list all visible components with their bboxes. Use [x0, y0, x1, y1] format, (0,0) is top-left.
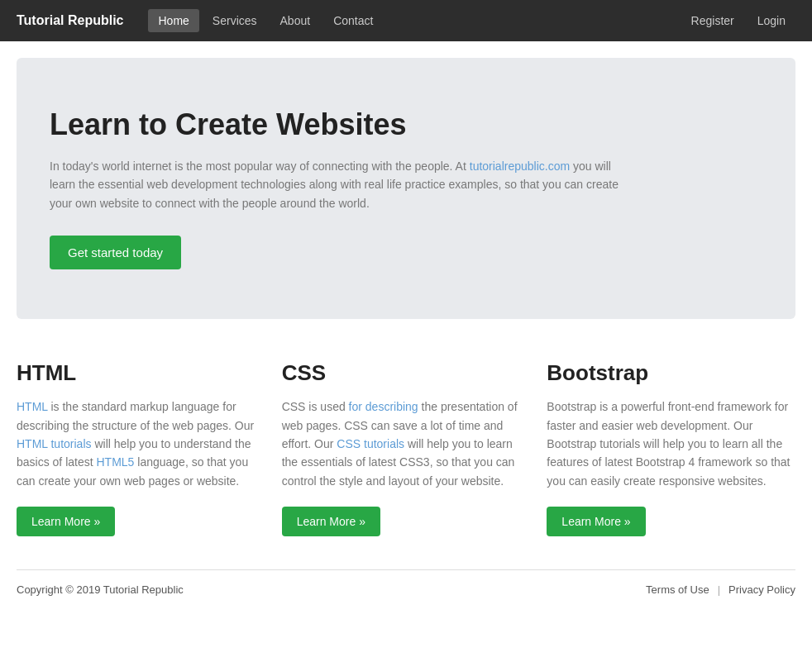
css-column: CSS CSS is used for describing the prese…: [282, 360, 547, 536]
terms-of-use-link[interactable]: Terms of Use: [646, 583, 709, 596]
bootstrap-body: Bootstrap is a powerful front-end framew…: [547, 398, 795, 490]
css-body: CSS is used for describing the presentat…: [282, 398, 531, 490]
nav-link-login[interactable]: Login: [748, 9, 795, 32]
nav-link-home[interactable]: Home: [148, 9, 198, 32]
nav-brand: Tutorial Republic: [17, 13, 123, 28]
css-link[interactable]: for describing: [349, 400, 418, 413]
footer: Copyright © 2019 Tutorial Republic Terms…: [0, 570, 812, 609]
nav-link-services[interactable]: Services: [203, 9, 267, 32]
hero-description: In today's world internet is the most po…: [50, 157, 628, 212]
css-title: CSS: [282, 360, 531, 386]
privacy-policy-link[interactable]: Privacy Policy: [728, 583, 795, 596]
nav-link-contact[interactable]: Contact: [323, 9, 383, 32]
hero-link[interactable]: tutorialrepublic.com: [470, 159, 570, 173]
hero-title: Learn to Create Websites: [50, 107, 762, 142]
nav-links: Home Services About Contact: [148, 9, 681, 32]
nav-link-about[interactable]: About: [270, 9, 321, 32]
bootstrap-column: Bootstrap Bootstrap is a powerful front-…: [547, 360, 795, 536]
html-learn-more-button[interactable]: Learn More »: [17, 507, 115, 536]
nav-link-register[interactable]: Register: [681, 9, 744, 32]
nav-right: Register Login: [681, 9, 795, 32]
css-tutorials-link[interactable]: CSS tutorials: [337, 437, 404, 450]
html-column: HTML HTML is the standard markup languag…: [17, 360, 282, 536]
footer-links: Terms of Use | Privacy Policy: [646, 583, 795, 596]
css-learn-more-button[interactable]: Learn More »: [282, 507, 380, 536]
html5-link[interactable]: HTML5: [97, 455, 135, 469]
footer-copyright: Copyright © 2019 Tutorial Republic: [17, 583, 184, 596]
bootstrap-learn-more-button[interactable]: Learn More »: [547, 507, 645, 536]
html-link[interactable]: HTML: [17, 400, 48, 413]
columns-section: HTML HTML is the standard markup languag…: [0, 336, 812, 553]
html-body: HTML is the standard markup language for…: [17, 398, 265, 490]
get-started-button[interactable]: Get started today: [50, 236, 181, 269]
navbar: Tutorial Republic Home Services About Co…: [0, 0, 812, 41]
html-tutorials-link[interactable]: HTML tutorials: [17, 437, 92, 450]
hero-section: Learn to Create Websites In today's worl…: [17, 58, 795, 319]
html-title: HTML: [17, 360, 265, 386]
bootstrap-title: Bootstrap: [547, 360, 795, 386]
footer-separator: |: [718, 583, 720, 596]
